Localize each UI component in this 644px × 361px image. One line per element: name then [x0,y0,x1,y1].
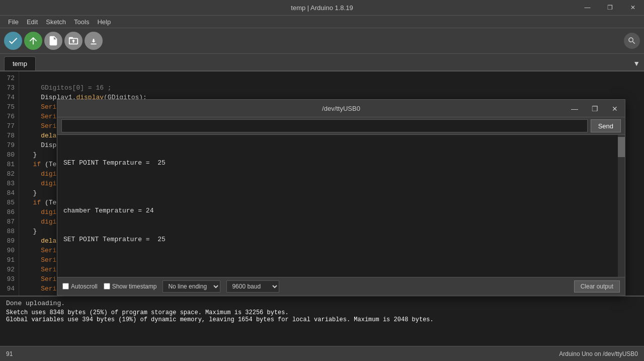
line-ending-select-wrap: No line ending Newline Carriage return B… [163,280,220,293]
clear-output-button[interactable]: Clear output [574,280,620,293]
serial-scrollbar[interactable] [618,135,625,277]
serial-monitor-title: /dev/ttyUSB0 [322,105,360,112]
menu-tools[interactable]: Tools [70,16,93,28]
menu-help[interactable]: Help [93,16,115,28]
show-timestamp-label[interactable]: Show timestamp [104,283,157,290]
serial-output-line: SET POINT Temprature = 25 [63,235,619,244]
open-button[interactable] [64,32,83,50]
new-button[interactable] [44,32,62,50]
output-area: Done uploading. Sketch uses 8348 bytes (… [0,296,644,346]
serial-bottom-bar: Autoscroll Show timestamp No line ending… [57,277,625,295]
tab-temp[interactable]: temp [4,56,36,70]
maximize-button[interactable]: ❐ [599,0,621,15]
serial-send-button[interactable]: Send [591,119,621,132]
upload-button[interactable] [24,32,42,50]
output-line-2: Global variables use 394 bytes (19%) of … [6,316,638,323]
menu-file[interactable]: File [4,16,23,28]
tab-dropdown-arrow[interactable]: ▼ [633,59,640,67]
serial-monitor-controls: — ❐ ✕ [565,100,625,117]
serial-output-line: chamber Temprature = 24 [63,206,619,215]
serial-output-line: SET POINT Temprature = 25 [63,158,619,168]
serial-input-field[interactable] [61,119,588,132]
close-button[interactable]: ✕ [621,0,644,15]
serial-minimize-button[interactable]: — [565,100,585,117]
minimize-button[interactable]: — [576,0,599,15]
verify-button[interactable] [4,32,22,50]
status-bar: 91 Arduino Uno on /dev/ttyUSB0 [0,346,644,361]
autoscroll-checkbox[interactable] [62,283,69,290]
done-uploading-text: Done uploading. [6,300,638,307]
serial-monitor-title-bar: /dev/ttyUSB0 — ❐ ✕ [57,100,625,117]
toolbar [0,28,644,54]
baud-rate-select-wrap: 300 baud 1200 baud 2400 baud 4800 baud 9… [226,280,279,293]
menu-sketch[interactable]: Sketch [42,16,70,28]
board-info: Arduino Uno on /dev/ttyUSB0 [559,350,638,357]
title-bar: temp | Arduino 1.8.19 — ❐ ✕ [0,0,644,15]
serial-close-button[interactable]: ✕ [605,100,625,117]
tab-bar: temp ▼ [0,54,644,71]
save-button[interactable] [85,32,103,50]
show-timestamp-text: Show timestamp [112,283,157,290]
search-button[interactable] [624,33,640,49]
line-numbers: 72 73 74 75 76 77 78 79 80 81 82 83 84 8… [0,71,19,296]
serial-scrollbar-thumb[interactable] [618,137,625,157]
line-ending-select[interactable]: No line ending Newline Carriage return B… [163,280,220,293]
serial-output-area: SET POINT Temprature = 25 chamber Tempra… [57,135,625,277]
serial-input-bar: Send [57,117,625,135]
baud-rate-select[interactable]: 300 baud 1200 baud 2400 baud 4800 baud 9… [226,280,279,293]
serial-monitor-dialog: /dev/ttyUSB0 — ❐ ✕ Send SET POINT Tempra… [57,99,625,296]
output-line-1: Sketch uses 8348 bytes (25%) of program … [6,309,638,316]
autoscroll-label[interactable]: Autoscroll [62,283,98,290]
serial-maximize-button[interactable]: ❐ [585,100,605,117]
show-timestamp-checkbox[interactable] [104,283,110,290]
app-title: temp | Arduino 1.8.19 [291,4,353,12]
line-column-indicator: 91 [6,350,13,357]
menu-edit[interactable]: Edit [23,16,42,28]
window-controls: — ❐ ✕ [576,0,644,15]
autoscroll-text: Autoscroll [71,283,98,290]
menu-bar: File Edit Sketch Tools Help [0,15,644,28]
